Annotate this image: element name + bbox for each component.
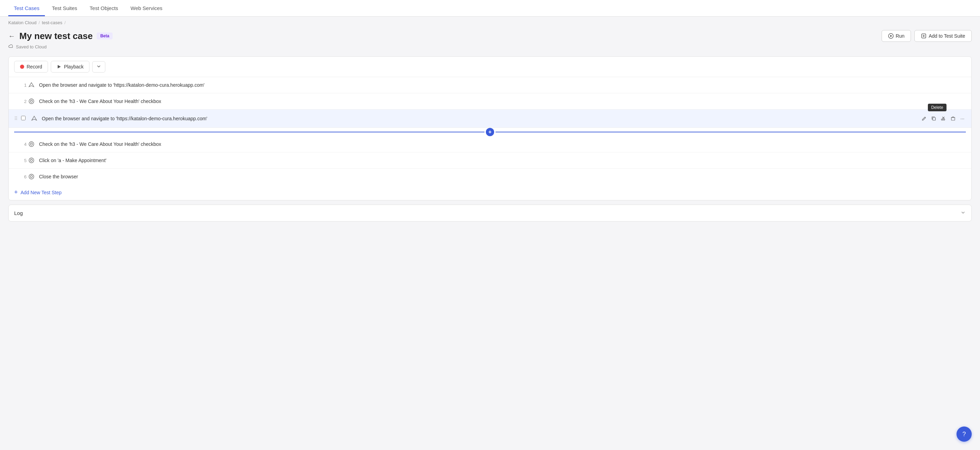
step-text-4: Check on the 'h3 - We Care About Your He… <box>36 141 966 147</box>
step-number-4: 4 <box>14 142 27 147</box>
add-suite-label: Add to Test Suite <box>929 33 965 39</box>
run-label: Run <box>896 33 905 39</box>
add-to-suite-button[interactable]: Add to Test Suite <box>915 30 972 42</box>
saved-cloud-status: Saved to Cloud <box>0 43 980 54</box>
step-text-5: Click on 'a - Make Appointment' <box>36 158 966 163</box>
table-row: 1 Open the browser and navigate to 'http… <box>9 77 971 93</box>
saved-cloud-label: Saved to Cloud <box>16 44 47 49</box>
svg-point-8 <box>30 100 32 102</box>
run-button[interactable]: Run <box>881 30 911 42</box>
step-text-6: Close the browser <box>36 174 966 179</box>
navigate-icon-3 <box>29 115 39 122</box>
back-button[interactable]: ← <box>8 32 15 40</box>
cut-step-3-button[interactable] <box>940 115 947 122</box>
nav-tab-web-services[interactable]: Web Services <box>125 0 168 16</box>
table-row: ⠿ Open the browser and navigate to 'http… <box>9 110 971 128</box>
svg-point-7 <box>29 99 34 104</box>
log-header[interactable]: Log <box>9 205 971 221</box>
playback-label: Playback <box>64 64 84 69</box>
more-options-button[interactable] <box>92 61 105 73</box>
breadcrumb: Katalon Cloud / test-cases / <box>0 17 980 27</box>
svg-point-17 <box>30 160 32 161</box>
steps-toolbar: Record Playback <box>9 57 971 77</box>
add-suite-icon <box>921 33 926 39</box>
page-header-right: Run Add to Test Suite <box>881 30 972 42</box>
navigate-icon <box>27 82 36 88</box>
insert-line-right <box>496 132 966 132</box>
nav-tab-test-suites[interactable]: Test Suites <box>46 0 83 16</box>
page-header: ← My new test case Beta Run Add to Test … <box>0 27 980 43</box>
svg-rect-10 <box>933 118 935 120</box>
step-number-1: 1 <box>14 83 27 88</box>
copy-step-3-button[interactable] <box>930 115 937 122</box>
nav-tab-test-objects[interactable]: Test Objects <box>84 0 124 16</box>
edit-step-3-button[interactable] <box>920 115 928 122</box>
add-step-label: Add New Test Step <box>21 190 62 195</box>
step-text-3: Open the browser and navigate to 'https:… <box>39 116 920 121</box>
svg-point-16 <box>29 158 34 163</box>
record-button[interactable]: Record <box>14 61 48 73</box>
step-checkbox-3[interactable] <box>21 116 28 121</box>
step-text-1: Open the browser and navigate to 'https:… <box>36 82 966 88</box>
svg-point-11 <box>941 119 943 120</box>
svg-point-14 <box>29 142 34 147</box>
insert-line-left <box>14 132 484 132</box>
playback-play-icon <box>57 64 62 69</box>
svg-point-15 <box>30 143 32 145</box>
log-card: Log <box>8 204 972 222</box>
steps-card: Record Playback 1 Open <box>8 56 972 201</box>
breadcrumb-test-cases[interactable]: test-cases <box>42 20 62 25</box>
play-icon <box>888 33 894 39</box>
click-icon <box>27 98 36 104</box>
step-actions-3: Delete ··· <box>920 114 966 123</box>
breadcrumb-sep-2: / <box>65 20 66 25</box>
svg-marker-5 <box>58 65 61 69</box>
cloud-icon <box>8 44 14 49</box>
log-title: Log <box>14 210 23 216</box>
svg-marker-6 <box>29 83 34 87</box>
table-row: 4 Check on the 'h3 - We Care About Your … <box>9 136 971 152</box>
svg-marker-1 <box>890 35 892 37</box>
nav-tab-test-cases[interactable]: Test Cases <box>8 0 45 16</box>
delete-step-3-button[interactable]: Delete <box>949 115 957 122</box>
log-chevron-icon <box>960 210 966 216</box>
playback-button[interactable]: Playback <box>51 61 89 73</box>
table-row: 6 Close the browser ✏️ ⧉ ✂ 🗑 ··· <box>9 169 971 185</box>
add-new-step-row[interactable]: + Add New Test Step <box>9 185 971 200</box>
top-nav: Test Cases Test Suites Test Objects Web … <box>0 0 980 17</box>
chevron-down-icon <box>97 64 101 69</box>
step-text-2: Check on the 'h3 - We Care About Your He… <box>36 99 966 104</box>
insert-step-button[interactable]: + <box>486 128 494 136</box>
page-header-left: ← My new test case Beta <box>8 31 113 41</box>
table-row: 2 Check on the 'h3 - We Care About Your … <box>9 93 971 110</box>
svg-point-12 <box>943 119 945 120</box>
click-icon-4 <box>27 141 36 147</box>
click-icon-5 <box>27 157 36 163</box>
table-row: 5 Click on 'a - Make Appointment' ✏️ ⧉ ✂… <box>9 152 971 169</box>
beta-badge: Beta <box>97 32 113 39</box>
svg-point-19 <box>30 176 32 178</box>
record-dot-icon <box>20 65 24 69</box>
steps-list: 1 Open the browser and navigate to 'http… <box>9 77 971 185</box>
svg-marker-9 <box>32 116 37 120</box>
step-number-2: 2 <box>14 99 27 104</box>
close-icon-6 <box>27 174 36 180</box>
drag-handle[interactable]: ⠿ <box>14 116 21 121</box>
breadcrumb-sep-1: / <box>39 20 40 25</box>
page-title: My new test case <box>19 31 92 41</box>
insert-line: + <box>9 128 971 136</box>
svg-rect-13 <box>951 118 955 120</box>
breadcrumb-katalon-cloud[interactable]: Katalon Cloud <box>8 20 37 25</box>
add-step-plus-icon: + <box>14 189 18 196</box>
step-number-6: 6 <box>14 174 27 179</box>
record-label: Record <box>27 64 42 69</box>
svg-point-18 <box>29 174 34 179</box>
step-number-5: 5 <box>14 158 27 163</box>
more-step-3-button[interactable]: ··· <box>959 114 966 123</box>
main-content: Record Playback 1 Open <box>0 54 980 227</box>
